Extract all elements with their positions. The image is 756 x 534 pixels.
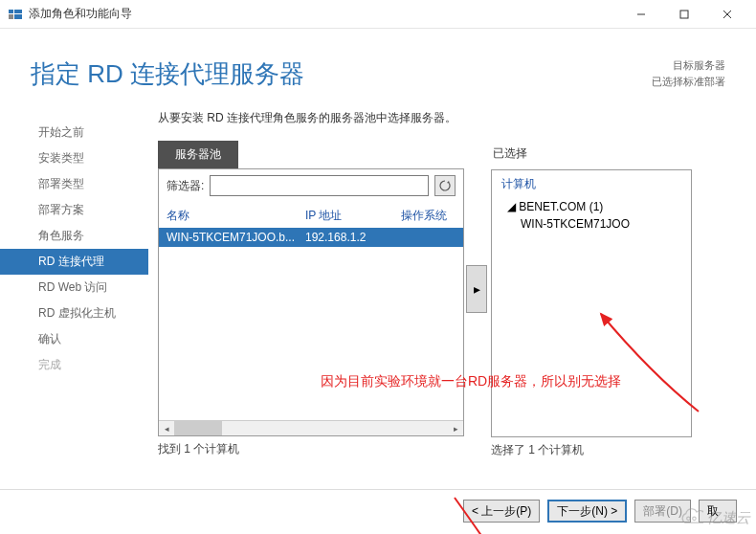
page-title: 指定 RD 连接代理服务器 xyxy=(31,57,304,91)
wizard-button-bar: < 上一步(P) 下一步(N) > 部署(D) 取 xyxy=(0,489,756,534)
cloud-icon xyxy=(678,507,703,528)
table-body: WIN-5TKCEM71JOO.b... 192.168.1.2 xyxy=(159,228,463,420)
previous-button[interactable]: < 上一步(P) xyxy=(463,500,540,523)
col-os[interactable]: 操作系统 xyxy=(401,208,456,224)
svg-rect-3 xyxy=(14,14,22,19)
watermark-text: 亿速云 xyxy=(707,509,750,527)
svg-point-8 xyxy=(687,517,690,520)
refresh-icon xyxy=(439,180,451,191)
scroll-thumb[interactable] xyxy=(174,421,222,435)
table-row[interactable]: WIN-5TKCEM71JOO.b... 192.168.1.2 xyxy=(159,228,463,247)
sidebar-item-rd-web[interactable]: RD Web 访问 xyxy=(0,275,148,300)
svg-rect-0 xyxy=(9,10,13,13)
table-header: 名称 IP 地址 操作系统 xyxy=(159,202,463,228)
target-value: 已选择标准部署 xyxy=(652,74,725,90)
sidebar-item-done: 完成 xyxy=(0,352,148,378)
window-titlebar: 添加角色和功能向导 xyxy=(0,0,756,29)
tree-host-node[interactable]: WIN-5TKCEM71JOO xyxy=(521,215,681,233)
col-name[interactable]: 名称 xyxy=(167,208,305,224)
tree-domain-label: BENET.COM (1) xyxy=(519,200,603,213)
server-pool-tab: 服务器池 xyxy=(158,141,238,168)
target-label: 目标服务器 xyxy=(652,57,725,74)
svg-rect-2 xyxy=(9,14,13,19)
selected-panel: 计算机 ◢ BENET.COM (1) WIN-5TKCEM71JOO xyxy=(491,169,692,437)
annotation-text: 因为目前实验环境就一台RD服务器，所以别无选择 xyxy=(321,373,621,390)
selected-panel-label: 已选择 xyxy=(491,141,692,169)
sidebar-item-install-type[interactable]: 安装类型 xyxy=(0,145,148,171)
sidebar-item-confirm[interactable]: 确认 xyxy=(0,326,148,352)
sidebar-item-role-service[interactable]: 角色服务 xyxy=(0,223,148,249)
add-server-button[interactable]: ▸ xyxy=(466,265,487,313)
watermark: 亿速云 xyxy=(678,507,750,528)
wizard-header: 指定 RD 连接代理服务器 目标服务器 已选择标准部署 xyxy=(0,29,756,100)
svg-point-9 xyxy=(693,517,696,520)
sidebar-item-deploy-plan[interactable]: 部署方案 xyxy=(0,197,148,223)
next-button[interactable]: 下一步(N) > xyxy=(547,500,627,523)
scroll-right-icon[interactable]: ▸ xyxy=(448,421,463,435)
cell-os xyxy=(401,231,456,244)
close-button[interactable] xyxy=(705,0,748,28)
app-icon xyxy=(8,7,23,22)
filter-label: 筛选器: xyxy=(167,178,204,194)
sidebar-item-deploy-type[interactable]: 部署类型 xyxy=(0,171,148,197)
cell-ip: 192.168.1.2 xyxy=(305,231,401,244)
arrow-right-icon: ▸ xyxy=(474,281,480,297)
scroll-left-icon[interactable]: ◂ xyxy=(159,421,174,435)
server-pool-panel: 筛选器: 名称 IP 地址 操作系统 xyxy=(158,168,464,436)
minimize-button[interactable] xyxy=(619,0,662,28)
window-title: 添加角色和功能向导 xyxy=(29,6,619,22)
tree-arrow-icon: ◢ xyxy=(507,200,516,213)
maximize-button[interactable] xyxy=(662,0,705,28)
horizontal-scrollbar[interactable]: ◂ ▸ xyxy=(159,420,463,435)
svg-rect-1 xyxy=(14,10,22,13)
sidebar-item-rd-broker[interactable]: RD 连接代理 xyxy=(0,249,148,275)
found-count-text: 找到 1 个计算机 xyxy=(158,441,464,457)
svg-rect-5 xyxy=(680,11,688,18)
target-info: 目标服务器 已选择标准部署 xyxy=(652,57,725,89)
selected-tree-header: 计算机 xyxy=(501,176,681,192)
filter-refresh-button[interactable] xyxy=(434,175,456,196)
wizard-sidebar: 开始之前 安装类型 部署类型 部署方案 角色服务 RD 连接代理 RD Web … xyxy=(0,110,148,489)
filter-input[interactable] xyxy=(210,175,429,196)
selected-count-text: 选择了 1 个计算机 xyxy=(491,442,692,458)
tree-domain-node[interactable]: ◢ BENET.COM (1) xyxy=(507,198,681,215)
instruction-text: 从要安装 RD 连接代理角色服务的服务器池中选择服务器。 xyxy=(158,110,737,126)
cell-name: WIN-5TKCEM71JOO.b... xyxy=(167,231,305,244)
sidebar-item-rd-virt[interactable]: RD 虚拟化主机 xyxy=(0,300,148,326)
sidebar-item-before-you-begin[interactable]: 开始之前 xyxy=(0,120,148,145)
col-ip[interactable]: IP 地址 xyxy=(305,208,401,224)
